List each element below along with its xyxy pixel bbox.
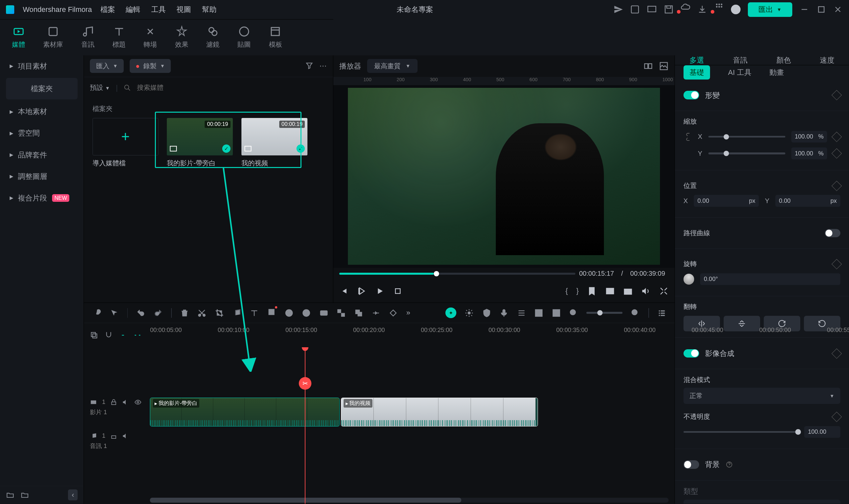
mic-icon[interactable] (500, 308, 508, 318)
path-toggle[interactable] (825, 229, 841, 237)
cloud-icon[interactable] (680, 2, 690, 12)
menu-tools[interactable]: 工具 (151, 5, 166, 14)
menu-help[interactable]: 幫助 (202, 5, 216, 14)
expand-icon[interactable] (659, 286, 669, 296)
list-icon[interactable] (657, 308, 666, 318)
nav-transition[interactable]: 轉場 (144, 25, 157, 49)
minimize-icon[interactable] (800, 5, 809, 14)
scale-y-slider[interactable] (708, 152, 785, 154)
render-icon[interactable] (552, 308, 561, 318)
save2-icon[interactable] (664, 5, 674, 14)
scale-x-slider[interactable] (708, 136, 785, 138)
menu-file[interactable]: 檔案 (101, 5, 115, 14)
lock-icon[interactable] (110, 432, 117, 440)
clip-2[interactable]: ▸我的视频 (341, 398, 538, 427)
snapshot-icon[interactable] (623, 286, 633, 296)
subtab-anim[interactable]: 動畫 (769, 68, 784, 77)
compare-icon[interactable] (643, 61, 653, 71)
eye-icon[interactable] (134, 399, 142, 406)
redo-icon[interactable] (154, 308, 162, 318)
cut-icon[interactable] (197, 308, 206, 318)
preset-dropdown[interactable]: 預設 ▼ (90, 83, 110, 92)
sidebar-cloud[interactable]: ▸雲空間 (0, 122, 84, 144)
keyframe-icon[interactable] (832, 131, 842, 142)
timeline-scrollbar[interactable] (150, 498, 669, 502)
tab-multi[interactable]: 多選 (690, 55, 704, 65)
menu-edit[interactable]: 編輯 (126, 5, 140, 14)
link-xy-icon[interactable] (683, 131, 692, 143)
nav-effect[interactable]: 效果 (175, 25, 188, 49)
text-icon[interactable] (250, 308, 259, 318)
zoom-out-icon[interactable] (569, 308, 578, 318)
pointer-icon[interactable] (110, 308, 119, 318)
folder-out-icon[interactable] (6, 491, 14, 499)
ai-icon[interactable]: ✦ (445, 307, 456, 319)
copy-track-icon[interactable] (90, 331, 98, 339)
maximize-icon[interactable] (816, 5, 826, 14)
save-icon[interactable] (630, 5, 640, 14)
menu-view[interactable]: 視圖 (176, 5, 191, 14)
folder-add-icon[interactable] (20, 491, 29, 499)
export-button[interactable]: 匯出▼ (748, 2, 792, 17)
send-icon[interactable] (613, 5, 623, 14)
sidebar-folder[interactable]: 檔案夾 (6, 78, 77, 100)
opacity-input[interactable]: 100.00 (804, 426, 841, 438)
playhead[interactable]: ✂ (305, 347, 306, 504)
desktop-icon[interactable] (647, 5, 657, 14)
clip-1[interactable]: ▸我的影片-帶旁白 (150, 398, 340, 427)
blend-select[interactable]: 正常▼ (683, 388, 841, 404)
shield-icon[interactable] (482, 308, 491, 318)
mark-in-icon[interactable]: { (566, 287, 568, 295)
user-avatar[interactable] (731, 5, 741, 14)
fullscreen-icon[interactable] (605, 286, 615, 296)
crop-icon[interactable] (215, 308, 224, 318)
overlap-icon[interactable] (354, 308, 363, 318)
composite-toggle[interactable] (683, 349, 699, 358)
color-icon[interactable] (302, 308, 311, 318)
zoom-slider[interactable] (586, 312, 623, 313)
cc-icon[interactable] (319, 308, 328, 318)
image-icon[interactable] (659, 61, 669, 71)
apps-icon[interactable] (714, 2, 724, 12)
play-start-icon[interactable] (357, 286, 367, 296)
preview-canvas[interactable] (333, 85, 675, 268)
keyframe-icon[interactable] (832, 148, 842, 159)
import-tile[interactable]: + 導入媒體檔 (92, 118, 158, 168)
crop2-icon[interactable] (267, 307, 276, 317)
nav-filter[interactable]: 濾鏡 (206, 25, 220, 49)
pos-y-input[interactable]: 0.00px (775, 195, 841, 206)
download-icon[interactable] (697, 5, 707, 14)
seek-bar[interactable] (339, 273, 576, 274)
tab-audio[interactable]: 音訊 (733, 55, 747, 65)
nav-sticker[interactable]: 貼圖 (238, 25, 251, 49)
subtab-basic[interactable]: 基礎 (683, 65, 710, 79)
keyframe-icon[interactable] (832, 259, 842, 269)
tab-color[interactable]: 顏色 (776, 55, 791, 65)
nav-audio[interactable]: 音訊 (81, 25, 94, 49)
magnet-icon[interactable] (104, 331, 113, 339)
collapse-button[interactable]: ‹ (68, 489, 77, 500)
undo-icon[interactable] (136, 308, 145, 318)
tab-speed[interactable]: 速度 (820, 55, 834, 65)
nav-title[interactable]: 標題 (112, 25, 126, 49)
keyframe-icon[interactable] (832, 348, 842, 359)
mark-out-icon[interactable]: } (576, 287, 579, 295)
quality-select[interactable]: 最高畫質▼ (367, 59, 418, 73)
transform-toggle[interactable] (683, 91, 699, 99)
sidebar-local[interactable]: ▸本地素材 (0, 101, 84, 122)
filter-icon[interactable] (305, 61, 313, 70)
nav-template[interactable]: 模板 (269, 25, 282, 49)
keyframe-icon[interactable] (832, 90, 842, 101)
transition-icon[interactable] (371, 308, 380, 318)
flip-v-button[interactable] (724, 316, 760, 331)
music-icon[interactable] (232, 308, 241, 318)
speed-icon[interactable] (284, 308, 294, 318)
gear-icon[interactable] (465, 308, 473, 318)
pos-x-input[interactable]: 0.00px (694, 195, 759, 206)
rotate-input[interactable]: 0.00° (700, 273, 841, 285)
mute-icon[interactable] (122, 399, 129, 406)
zoom-in-icon[interactable] (631, 308, 640, 318)
more-icon[interactable]: ⋯ (319, 61, 327, 70)
scale-y-input[interactable]: 100.00% (791, 147, 828, 159)
help-icon[interactable] (726, 461, 733, 468)
